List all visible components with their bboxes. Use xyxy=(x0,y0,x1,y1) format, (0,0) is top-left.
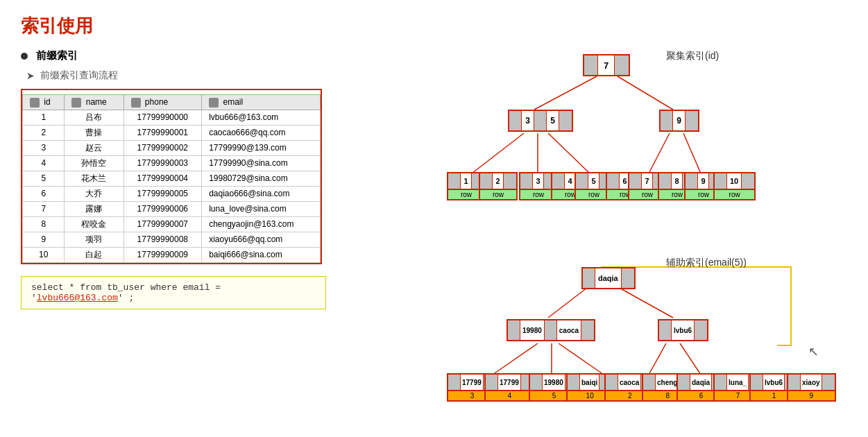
table-row: 2曹操17799990001caocao666@qq.com xyxy=(23,125,321,140)
clustered-label: 聚集索引(id) xyxy=(666,50,719,62)
aux-l2-right: lvbu6 xyxy=(658,319,708,341)
table-cell: 17799990001 xyxy=(124,125,202,140)
table-cell: 大乔 xyxy=(65,186,124,201)
diagram-area: 聚集索引(id) 7 3 5 xyxy=(402,7,860,437)
table-cell: 17799990@sina.com xyxy=(202,155,321,171)
table-cell: 孙悟空 xyxy=(65,155,124,171)
left-panel: 索引使用 前缀索引 ➤ 前缀索引查询流程 id name phone email xyxy=(0,0,389,437)
table-cell: caocao666@qq.com xyxy=(202,125,321,140)
svg-line-6 xyxy=(683,133,701,173)
svg-line-16 xyxy=(649,343,666,375)
svg-line-17 xyxy=(680,343,701,375)
table-cell: 17799990006 xyxy=(124,201,202,216)
col-name: name xyxy=(65,95,124,110)
table-cell: 花木兰 xyxy=(65,171,124,186)
section2-item: ➤ 前缀索引查询流程 xyxy=(26,69,375,82)
table-row: 5花木兰1779999000419980729@sina.com xyxy=(23,171,321,186)
table-cell: 17799990002 xyxy=(124,140,202,155)
table-cell: lvbu666@163.com xyxy=(202,110,321,125)
table-cell: xiaoyu666@qq.com xyxy=(202,232,321,247)
svg-line-5 xyxy=(649,133,670,173)
sql-highlight: lvbu666@163.com xyxy=(37,293,118,303)
table-row: 1吕布17799990000lvbu666@163.com xyxy=(23,110,321,125)
table-row: 10白起17799990009baiqi666@sina.com xyxy=(23,247,321,262)
bullet-icon xyxy=(21,53,28,60)
clustered-root-node: 7 xyxy=(583,54,630,76)
aux-leaf-17799-4: 17799 4 xyxy=(484,373,535,402)
leaf-10: 10 row xyxy=(713,172,756,200)
table-cell: 白起 xyxy=(65,247,124,262)
table-cell: 7 xyxy=(23,201,65,216)
table-row: 6大乔17799990005daqiao666@sina.com xyxy=(23,186,321,201)
table-cell: chengyaojin@163.com xyxy=(202,216,321,232)
table-cell: 3 xyxy=(23,140,65,155)
table-row: 3赵云1779999000217799990@139.com xyxy=(23,140,321,155)
aux-root-node: daqia xyxy=(581,267,636,289)
table-cell: 17799990009 xyxy=(124,247,202,262)
table-cell: 露娜 xyxy=(65,201,124,216)
table-row: 7露娜17799990006luna_love@sina.com xyxy=(23,201,321,216)
svg-line-15 xyxy=(559,343,604,375)
connector-svg xyxy=(402,7,860,437)
clustered-l2-right: 9 xyxy=(659,110,699,132)
col-email: email xyxy=(202,95,321,110)
table-cell: 赵云 xyxy=(65,140,124,155)
table-row: 4孙悟空1779999000317799990@sina.com xyxy=(23,155,321,171)
table-row: 9项羽17799990008xiaoyu666@qq.com xyxy=(23,232,321,247)
leaf-2: 2 row xyxy=(479,172,518,200)
table-cell: daqiao666@sina.com xyxy=(202,186,321,201)
sql-text: select * from tb_user where email = 'lvb… xyxy=(31,282,221,303)
table-cell: 4 xyxy=(23,155,65,171)
section1-label: 前缀索引 xyxy=(36,49,78,62)
page: 索引使用 前缀索引 ➤ 前缀索引查询流程 id name phone email xyxy=(0,0,868,437)
svg-line-2 xyxy=(472,133,524,173)
page-title: 索引使用 xyxy=(21,14,375,38)
table-cell: 17799990007 xyxy=(124,216,202,232)
table-cell: 曹操 xyxy=(65,125,124,140)
table-cell: 程咬金 xyxy=(65,216,124,232)
arrow-icon: ➤ xyxy=(26,70,35,81)
section2-label: 前缀索引查询流程 xyxy=(40,69,118,82)
table-cell: 2 xyxy=(23,125,65,140)
data-table: id name phone email 1吕布17799990000lvbu66… xyxy=(22,94,321,263)
table-cell: 9 xyxy=(23,232,65,247)
table-cell: 19980729@sina.com xyxy=(202,171,321,186)
table-cell: 吕布 xyxy=(65,110,124,125)
col-phone: phone xyxy=(124,95,202,110)
table-cell: 1 xyxy=(23,110,65,125)
table-cell: 6 xyxy=(23,186,65,201)
svg-line-0 xyxy=(534,76,597,110)
col-id: id xyxy=(23,95,65,110)
table-cell: 17799990005 xyxy=(124,186,202,201)
table-cell: luna_love@sina.com xyxy=(202,201,321,216)
table-row: 8程咬金17799990007chengyaojin@163.com xyxy=(23,216,321,232)
svg-line-13 xyxy=(493,343,538,375)
aux-leaf-xiaoy-9: xiaoy 9 xyxy=(787,373,836,402)
table-cell: 10 xyxy=(23,247,65,262)
svg-line-1 xyxy=(618,76,673,110)
section1-item: 前缀索引 xyxy=(21,49,375,62)
table-cell: 17799990@139.com xyxy=(202,140,321,155)
table-cell: baiqi666@sina.com xyxy=(202,247,321,262)
cursor-icon: ↖ xyxy=(808,344,819,359)
clustered-l2-left: 3 5 xyxy=(508,110,573,132)
svg-line-4 xyxy=(548,133,590,173)
table-cell: 17799990008 xyxy=(124,232,202,247)
data-table-wrapper: id name phone email 1吕布17799990000lvbu66… xyxy=(21,89,322,264)
table-cell: 17799990000 xyxy=(124,110,202,125)
aux-l2-left: 19980 caoca xyxy=(507,319,595,341)
table-cell: 17799990004 xyxy=(124,171,202,186)
table-cell: 项羽 xyxy=(65,232,124,247)
aux-label: 辅助索引(email(5)) xyxy=(666,257,747,269)
table-cell: 5 xyxy=(23,171,65,186)
table-cell: 8 xyxy=(23,216,65,232)
right-panel: 聚集索引(id) 7 3 5 xyxy=(389,0,868,437)
sql-box: select * from tb_user where email = 'lvb… xyxy=(21,276,326,309)
table-cell: 17799990003 xyxy=(124,155,202,171)
